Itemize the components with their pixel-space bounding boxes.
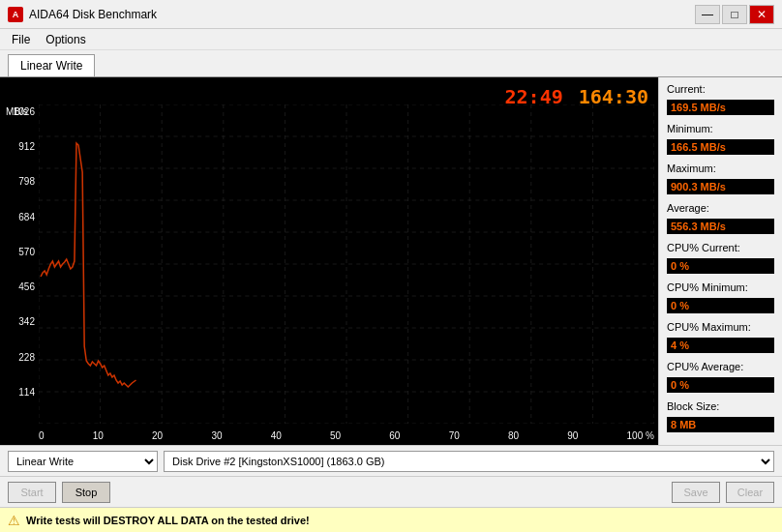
x-label-10: 10 bbox=[93, 430, 104, 441]
x-label-90: 90 bbox=[567, 430, 578, 441]
test-type-dropdown[interactable]: Linear Write bbox=[8, 451, 158, 472]
x-axis: 0 10 20 30 40 50 60 70 80 90 100 % bbox=[39, 430, 654, 441]
current-label: Current: bbox=[667, 83, 774, 95]
cpu-average-label: CPU% Average: bbox=[667, 361, 774, 372]
bottom-controls-row1: Linear Write Disk Drive #2 [KingstonXS10… bbox=[0, 445, 782, 476]
y-label-684: 684 bbox=[0, 212, 39, 222]
x-label-80: 80 bbox=[508, 430, 519, 441]
y-label-114: 114 bbox=[0, 387, 39, 398]
average-label: Average: bbox=[667, 202, 774, 214]
y-axis: 1026 912 798 684 570 456 342 228 114 bbox=[0, 104, 39, 424]
y-label-1026: 1026 bbox=[0, 106, 39, 117]
start-button[interactable]: Start bbox=[8, 482, 56, 503]
warning-bar: ⚠ Write tests will DESTROY ALL DATA on t… bbox=[0, 507, 782, 532]
maximum-value: 900.3 MB/s bbox=[667, 179, 774, 194]
y-label-456: 456 bbox=[0, 281, 39, 292]
save-button[interactable]: Save bbox=[672, 482, 720, 503]
x-label-30: 30 bbox=[211, 430, 222, 441]
y-label-912: 912 bbox=[0, 141, 39, 152]
cpu-current-value: 0 % bbox=[667, 258, 774, 274]
minimum-label: Minimum: bbox=[667, 123, 774, 134]
cpu-maximum-label: CPU% Maximum: bbox=[667, 321, 774, 333]
x-label-50: 50 bbox=[330, 430, 341, 441]
chart-area: MB/s 22:49 164:30 bbox=[0, 77, 658, 445]
y-label-570: 570 bbox=[0, 247, 39, 257]
menu-options[interactable]: Options bbox=[38, 31, 93, 48]
warning-icon: ⚠ bbox=[8, 513, 20, 528]
current-value: 169.5 MB/s bbox=[667, 100, 774, 115]
app-icon: A bbox=[8, 7, 23, 22]
x-label-70: 70 bbox=[449, 430, 460, 441]
tab-bar: Linear Write bbox=[0, 50, 782, 77]
cpu-average-value: 0 % bbox=[667, 377, 774, 393]
warning-text: Write tests will DESTROY ALL DATA on the… bbox=[26, 515, 310, 526]
title-bar: A AIDA64 Disk Benchmark — □ ✕ bbox=[0, 0, 782, 29]
bottom-controls-row2: Start Stop Save Clear bbox=[0, 476, 782, 507]
y-label-798: 798 bbox=[0, 176, 39, 187]
side-panel: Current: 169.5 MB/s Minimum: 166.5 MB/s … bbox=[658, 77, 782, 445]
x-label-0: 0 bbox=[39, 430, 45, 441]
block-size-value: 8 MB bbox=[667, 417, 774, 432]
clear-button[interactable]: Clear bbox=[726, 482, 774, 503]
x-label-40: 40 bbox=[271, 430, 282, 441]
minimize-button[interactable]: — bbox=[695, 5, 720, 24]
x-label-60: 60 bbox=[389, 430, 400, 441]
menu-file[interactable]: File bbox=[4, 31, 38, 48]
disk-drive-dropdown[interactable]: Disk Drive #2 [KingstonXS1000] (1863.0 G… bbox=[164, 451, 774, 472]
tab-linear-write[interactable]: Linear Write bbox=[8, 54, 95, 76]
maximum-label: Maximum: bbox=[667, 163, 774, 174]
stop-button[interactable]: Stop bbox=[62, 482, 110, 503]
menu-bar: File Options bbox=[0, 29, 782, 50]
minimum-value: 166.5 MB/s bbox=[667, 139, 774, 155]
cpu-current-label: CPU% Current: bbox=[667, 242, 774, 253]
cpu-maximum-value: 4 % bbox=[667, 338, 774, 353]
average-value: 556.3 MB/s bbox=[667, 219, 774, 234]
chart-svg bbox=[39, 104, 654, 424]
window-controls: — □ ✕ bbox=[695, 5, 774, 24]
close-button[interactable]: ✕ bbox=[749, 5, 774, 24]
x-label-20: 20 bbox=[152, 430, 163, 441]
block-size-label: Block Size: bbox=[667, 400, 774, 412]
y-label-228: 228 bbox=[0, 352, 39, 363]
y-label-342: 342 bbox=[0, 316, 39, 327]
cpu-minimum-value: 0 % bbox=[667, 298, 774, 313]
x-label-100: 100 % bbox=[627, 430, 654, 441]
cpu-minimum-label: CPU% Minimum: bbox=[667, 281, 774, 293]
title-text: AIDA64 Disk Benchmark bbox=[29, 8, 157, 21]
maximize-button[interactable]: □ bbox=[722, 5, 747, 24]
main-content: MB/s 22:49 164:30 bbox=[0, 77, 782, 445]
